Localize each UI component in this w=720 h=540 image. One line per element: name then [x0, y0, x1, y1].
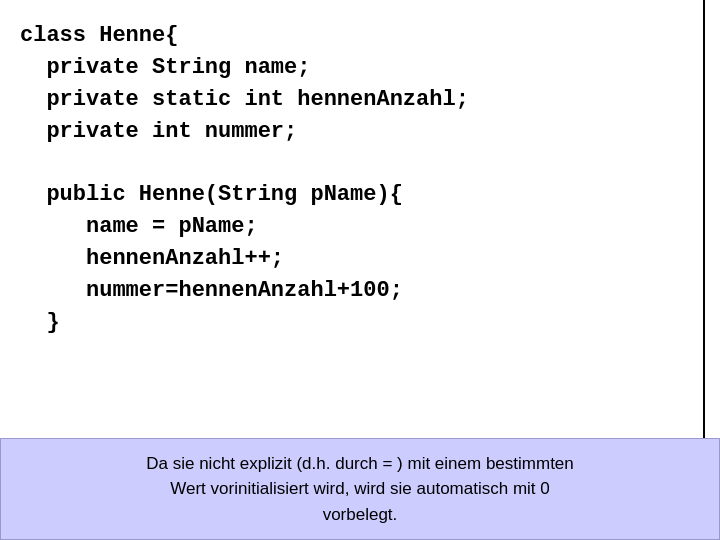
code-line-1: class Henne{: [20, 23, 178, 48]
info-line2: Wert vorinitialisiert wird, wird sie aut…: [170, 479, 549, 498]
code-line-3: private static int hennenAnzahl;: [20, 87, 469, 112]
code-line-9: nummer=hennenAnzahl+100;: [20, 278, 403, 303]
info-line1: Da sie nicht explizit (d.h. durch = ) mi…: [146, 454, 574, 473]
code-line-6: public Henne(String pName){: [20, 182, 403, 207]
info-box: Da sie nicht explizit (d.h. durch = ) mi…: [0, 438, 720, 541]
code-line-8: hennenAnzahl++;: [20, 246, 284, 271]
info-line3: vorbelegt.: [323, 505, 398, 524]
code-line-10: }: [20, 310, 60, 335]
code-content: class Henne{ private String name; privat…: [20, 20, 700, 339]
vertical-line: [703, 0, 705, 438]
code-area: class Henne{ private String name; privat…: [0, 0, 720, 438]
code-line-4: private int nummer;: [20, 119, 297, 144]
code-line-2: private String name;: [20, 55, 310, 80]
code-line-7: name = pName;: [20, 214, 258, 239]
main-container: class Henne{ private String name; privat…: [0, 0, 720, 540]
